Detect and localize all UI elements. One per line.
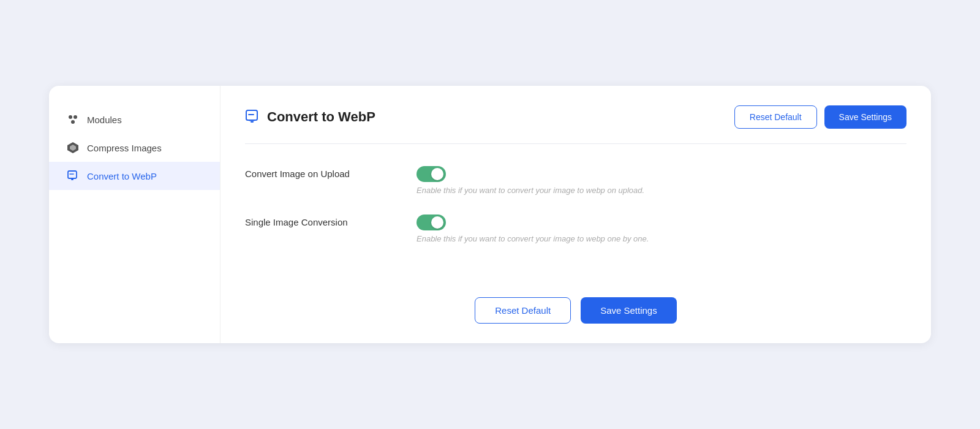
main-header: Convert to WebP Reset Default Save Setti…	[245, 105, 907, 129]
sidebar-item-modules[interactable]: Modules	[49, 105, 220, 134]
settings-area: Convert Image on Upload Enable this if y…	[245, 166, 907, 273]
svg-point-0	[69, 115, 72, 119]
toggle-track-2	[417, 214, 446, 230]
toggle-track-1	[417, 166, 446, 182]
setting-label-single-image-conversion: Single Image Conversion	[245, 214, 392, 227]
page-title-text: Convert to WebP	[267, 109, 375, 125]
toggle-convert-on-upload[interactable]	[417, 166, 446, 182]
sidebar-item-compress-images[interactable]: Compress Images	[49, 134, 220, 162]
footer-save-button[interactable]: Save Settings	[581, 297, 677, 324]
setting-row-convert-on-upload: Convert Image on Upload Enable this if y…	[245, 166, 907, 195]
bottom-actions: Reset Default Save Settings	[245, 285, 907, 324]
header-save-button[interactable]: Save Settings	[824, 105, 907, 129]
setting-label-convert-on-upload: Convert Image on Upload	[245, 166, 392, 179]
sidebar: Modules Compress Images Convert to Web	[49, 86, 221, 343]
modules-icon	[66, 113, 80, 126]
toggle-thumb-1	[431, 168, 443, 180]
main-content: Convert to WebP Reset Default Save Setti…	[221, 86, 931, 343]
setting-control-convert-on-upload: Enable this if you want to convert your …	[417, 166, 644, 195]
svg-rect-6	[70, 178, 75, 179]
sidebar-item-compress-images-label: Compress Images	[87, 143, 162, 153]
convert-webp-icon	[66, 169, 80, 183]
page-title: Convert to WebP	[245, 109, 375, 125]
footer-reset-button[interactable]: Reset Default	[475, 297, 571, 324]
setting-description-convert-on-upload: Enable this if you want to convert your …	[417, 186, 644, 195]
svg-rect-5	[68, 171, 77, 178]
sidebar-item-convert-to-webp-label: Convert to WebP	[87, 171, 157, 181]
toggle-thumb-2	[431, 216, 443, 229]
svg-rect-7	[71, 179, 74, 180]
toggle-single-image-conversion[interactable]	[417, 214, 446, 230]
header-divider	[245, 143, 907, 144]
setting-control-single-image-conversion: Enable this if you want to convert your …	[417, 214, 649, 243]
svg-rect-10	[249, 120, 255, 121]
main-card: Modules Compress Images Convert to Web	[49, 86, 931, 343]
header-actions: Reset Default Save Settings	[734, 105, 907, 129]
setting-description-single-image-conversion: Enable this if you want to convert your …	[417, 234, 649, 243]
svg-rect-11	[251, 121, 254, 123]
setting-row-single-image-conversion: Single Image Conversion Enable this if y…	[245, 214, 907, 243]
page-title-icon	[245, 109, 261, 125]
sidebar-item-modules-label: Modules	[87, 115, 122, 125]
sidebar-item-convert-to-webp[interactable]: Convert to WebP	[49, 162, 220, 190]
svg-point-1	[74, 115, 77, 119]
compress-icon	[66, 141, 80, 154]
header-reset-button[interactable]: Reset Default	[734, 105, 817, 129]
svg-point-2	[71, 120, 75, 124]
svg-rect-9	[246, 110, 257, 120]
